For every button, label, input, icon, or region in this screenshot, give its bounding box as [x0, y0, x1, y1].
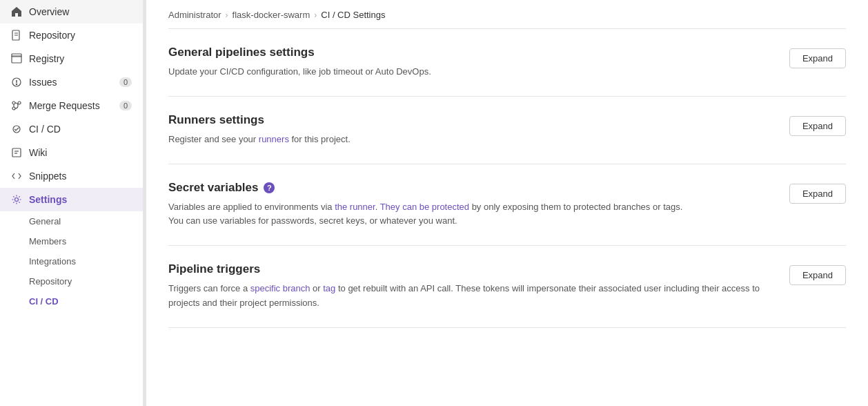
sidebar-item-label: Settings [29, 194, 67, 205]
sidebar-item-settings[interactable]: Settings [0, 188, 143, 211]
sidebar-item-issues[interactable]: Issues 0 [0, 70, 143, 94]
section-pipeline-triggers-desc: Triggers can force a specific branch or … [168, 282, 778, 311]
sidebar-item-label: Issues [29, 77, 57, 88]
svg-point-7 [16, 84, 17, 84]
svg-point-8 [12, 102, 15, 104]
breadcrumb-flask-docker-swarm[interactable]: flask-docker-swarm [233, 10, 310, 20]
svg-point-9 [12, 107, 15, 110]
sidebar-subitem-integrations[interactable]: Integrations [0, 251, 143, 271]
section-pipeline-triggers-content: Pipeline triggers Triggers can force a s… [168, 262, 778, 311]
expand-pipeline-triggers-button[interactable]: Expand [789, 265, 846, 285]
settings-icon [11, 194, 22, 205]
section-general-pipelines-content: General pipelines settings Update your C… [168, 46, 778, 79]
sidebar-item-overview[interactable]: Overview [0, 0, 143, 23]
home-icon [11, 6, 22, 17]
section-pipeline-triggers: Pipeline triggers Triggers can force a s… [168, 246, 846, 328]
sidebar-subitem-repository[interactable]: Repository [0, 271, 143, 291]
cicd-icon [11, 124, 22, 135]
sidebar-resize-handle[interactable] [144, 0, 146, 406]
sidebar-item-wiki[interactable]: Wiki [0, 141, 143, 164]
section-runners-title: Runners settings [168, 113, 778, 127]
sidebar-item-repository[interactable]: Repository [0, 23, 143, 47]
svg-point-16 [15, 198, 19, 202]
svg-rect-4 [12, 54, 21, 57]
secret-variables-help-icon[interactable]: ? [264, 182, 275, 193]
expand-runners-button[interactable]: Expand [789, 116, 846, 136]
breadcrumb-current: CI / CD Settings [321, 10, 385, 20]
breadcrumb: Administrator › flask-docker-swarm › CI … [168, 0, 846, 29]
section-secret-variables-desc: Variables are applied to environments vi… [168, 200, 778, 229]
sidebar-subitem-members[interactable]: Members [0, 231, 143, 251]
book-icon [11, 30, 22, 41]
expand-secret-variables-button[interactable]: Expand [789, 184, 846, 204]
issues-badge: 0 [119, 77, 132, 87]
section-secret-variables-content: Secret variables ? Variables are applied… [168, 181, 778, 229]
sidebar-item-label: Repository [29, 30, 75, 41]
section-runners-desc: Register and see your runners for this p… [168, 133, 778, 147]
sidebar-item-label: Wiki [29, 147, 47, 158]
sidebar-item-registry[interactable]: Registry [0, 47, 143, 70]
sidebar-item-label: Snippets [29, 171, 66, 182]
section-general-pipelines-desc: Update your CI/CD configuration, like jo… [168, 65, 778, 79]
branch-link[interactable]: specific branch [250, 283, 310, 293]
svg-point-12 [13, 126, 20, 133]
section-runners-content: Runners settings Register and see your r… [168, 113, 778, 147]
breadcrumb-sep-2: › [314, 10, 317, 20]
registry-icon [11, 53, 22, 64]
svg-point-10 [18, 102, 21, 104]
sidebar-subitem-ci-cd[interactable]: CI / CD [0, 291, 143, 311]
section-secret-variables: Secret variables ? Variables are applied… [168, 164, 846, 246]
sidebar-item-label: CI / CD [29, 124, 61, 135]
tag-link[interactable]: tag [323, 283, 335, 293]
runner-link[interactable]: the runner [335, 202, 375, 212]
merge-requests-badge: 0 [119, 101, 132, 110]
merge-icon [11, 100, 22, 111]
issues-icon [11, 77, 22, 88]
section-pipeline-triggers-title: Pipeline triggers [168, 262, 778, 276]
sidebar-item-snippets[interactable]: Snippets [0, 164, 143, 188]
wiki-icon [11, 147, 22, 158]
sidebar: Overview Repository Registry Issues 0 Me… [0, 0, 144, 406]
section-general-pipelines: General pipelines settings Update your C… [168, 29, 846, 97]
sidebar-subitem-general[interactable]: General [0, 211, 143, 231]
section-secret-variables-title: Secret variables ? [168, 181, 778, 195]
sidebar-item-label: Overview [29, 6, 69, 17]
section-general-pipelines-title: General pipelines settings [168, 46, 778, 59]
main-content: Administrator › flask-docker-swarm › CI … [146, 0, 868, 406]
breadcrumb-administrator[interactable]: Administrator [168, 10, 221, 20]
sidebar-item-label: Registry [29, 53, 64, 64]
snippets-icon [11, 171, 22, 182]
sidebar-item-ci-cd[interactable]: CI / CD [0, 117, 143, 141]
section-runners: Runners settings Register and see your r… [168, 97, 846, 164]
protected-link[interactable]: They can be protected [380, 202, 469, 212]
sidebar-item-label: Merge Requests [29, 100, 100, 111]
expand-general-pipelines-button[interactable]: Expand [789, 48, 846, 68]
runners-link[interactable]: runners [259, 134, 289, 144]
svg-rect-13 [12, 148, 21, 157]
breadcrumb-sep-1: › [226, 10, 228, 20]
sidebar-item-merge-requests[interactable]: Merge Requests 0 [0, 94, 143, 117]
